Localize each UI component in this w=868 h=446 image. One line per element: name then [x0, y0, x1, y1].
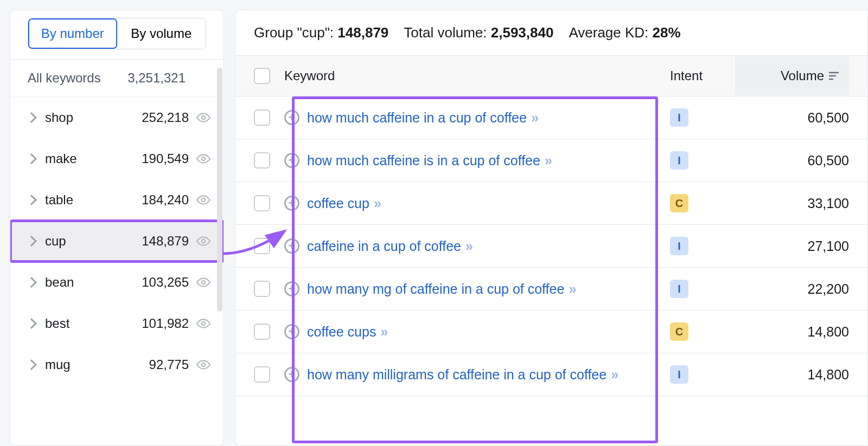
expand-icon[interactable] [284, 281, 299, 296]
summary-kd-label: Average KD: [569, 24, 648, 41]
volume-cell: 33,100 [735, 196, 849, 211]
sidebar-item-best[interactable]: best101,982 [10, 303, 224, 344]
expand-icon[interactable] [284, 238, 299, 254]
sidebar-item-count: 252,218 [142, 110, 189, 125]
volume-cell: 27,100 [735, 238, 849, 254]
results-panel: Group "cup": 148,879 Total volume: 2,593… [235, 10, 868, 446]
all-keywords-row[interactable]: All keywords 3,251,321 [10, 60, 224, 97]
col-volume[interactable]: Volume [735, 56, 849, 95]
keyword-link[interactable]: how much caffeine in a cup of coffee» [307, 110, 535, 126]
chevron-double-right-icon: » [380, 324, 385, 340]
chevron-double-right-icon: » [465, 238, 470, 254]
svg-point-4 [202, 281, 206, 285]
sort-desc-icon [828, 72, 839, 80]
table-row: how many milligrams of caffeine in a cup… [235, 353, 867, 396]
sidebar-item-label: mug [45, 357, 71, 372]
expand-icon[interactable] [284, 110, 299, 125]
sidebar-item-table[interactable]: table184,240 [10, 179, 224, 221]
summary-group-label: Group "cup": [254, 24, 334, 41]
chevron-right-icon [26, 112, 37, 123]
col-volume-label: Volume [781, 68, 824, 83]
intent-badge[interactable]: I [670, 151, 688, 170]
col-intent[interactable]: Intent [670, 68, 735, 83]
toggle-by-number[interactable]: By number [28, 18, 117, 49]
eye-icon[interactable] [196, 193, 210, 207]
expand-icon[interactable] [284, 324, 299, 339]
row-checkbox[interactable] [254, 281, 270, 297]
chevron-right-icon [26, 153, 37, 164]
keyword-link[interactable]: how many mg of caffeine in a cup of coff… [307, 281, 573, 297]
row-checkbox[interactable] [254, 195, 270, 211]
intent-badge[interactable]: C [670, 322, 688, 341]
summary-group-value: 148,879 [337, 24, 388, 41]
svg-point-2 [202, 198, 206, 202]
intent-badge[interactable]: I [670, 108, 688, 127]
summary-kd-value: 28% [653, 24, 681, 41]
chevron-right-icon [26, 318, 37, 329]
chevron-right-icon [26, 236, 37, 247]
sidebar-item-bean[interactable]: bean103,265 [10, 262, 224, 303]
svg-point-0 [202, 116, 206, 120]
eye-icon[interactable] [196, 111, 210, 125]
volume-cell: 60,500 [735, 110, 849, 126]
summary-bar: Group "cup": 148,879 Total volume: 2,593… [235, 10, 867, 56]
eye-icon[interactable] [196, 316, 210, 331]
expand-icon[interactable] [284, 196, 299, 211]
chevron-double-right-icon: » [569, 281, 573, 297]
sidebar-item-label: make [45, 151, 77, 166]
keyword-link[interactable]: caffeine in a cup of coffee» [307, 238, 470, 254]
volume-cell: 22,200 [735, 281, 849, 297]
eye-icon[interactable] [196, 234, 210, 248]
intent-badge[interactable]: C [670, 194, 688, 212]
eye-icon[interactable] [196, 358, 210, 372]
summary-total-value: 2,593,840 [491, 24, 554, 41]
sidebar-item-label: shop [45, 110, 73, 125]
intent-badge[interactable]: I [670, 237, 688, 255]
volume-cell: 14,800 [735, 367, 849, 383]
row-checkbox[interactable] [254, 324, 270, 340]
svg-point-6 [202, 363, 206, 367]
keyword-link[interactable]: how much caffeine is in a cup of coffee» [307, 153, 549, 169]
sort-toggle: By number By volume [28, 18, 206, 49]
col-keyword[interactable]: Keyword [284, 68, 670, 83]
expand-icon[interactable] [284, 367, 299, 382]
sidebar-item-count: 148,879 [142, 234, 189, 249]
sidebar-item-count: 92,775 [149, 357, 189, 372]
chevron-double-right-icon: » [611, 367, 615, 383]
row-checkbox[interactable] [254, 152, 270, 169]
sidebar-item-cup[interactable]: cup148,879 [10, 221, 224, 262]
svg-point-1 [202, 157, 206, 161]
expand-icon[interactable] [284, 153, 299, 168]
intent-badge[interactable]: I [670, 280, 688, 298]
sidebar-item-count: 190,549 [142, 151, 189, 166]
sidebar-item-mug[interactable]: mug92,775 [10, 344, 224, 385]
keyword-link[interactable]: coffee cups» [307, 324, 385, 340]
keyword-link[interactable]: coffee cup» [307, 196, 378, 211]
row-checkbox[interactable] [254, 366, 270, 383]
table-row: how many mg of caffeine in a cup of coff… [235, 268, 867, 311]
all-keywords-count: 3,251,321 [127, 70, 206, 86]
summary-total-label: Total volume: [404, 24, 487, 41]
sidebar-item-count: 103,265 [142, 275, 189, 290]
sidebar-item-shop[interactable]: shop252,218 [10, 97, 224, 138]
sidebar: By number By volume All keywords 3,251,3… [10, 10, 224, 446]
sidebar-item-count: 184,240 [142, 192, 189, 208]
eye-icon[interactable] [196, 275, 210, 289]
sidebar-item-label: best [45, 316, 69, 331]
sidebar-item-make[interactable]: make190,549 [10, 138, 224, 179]
volume-cell: 60,500 [735, 153, 849, 169]
keyword-link[interactable]: how many milligrams of caffeine in a cup… [307, 367, 615, 383]
select-all-checkbox[interactable] [254, 68, 270, 84]
chevron-right-icon [26, 195, 37, 205]
intent-badge[interactable]: I [670, 365, 688, 384]
svg-point-5 [202, 322, 206, 326]
sidebar-scrollbar[interactable] [217, 68, 222, 312]
sidebar-item-label: cup [45, 234, 66, 249]
row-checkbox[interactable] [254, 238, 270, 254]
table-row: how much caffeine is in a cup of coffee»… [235, 139, 867, 182]
eye-icon[interactable] [196, 152, 210, 166]
row-checkbox[interactable] [254, 109, 270, 126]
toggle-by-volume[interactable]: By volume [117, 18, 206, 49]
all-keywords-label: All keywords [28, 70, 101, 86]
summary-group: Group "cup": 148,879 [254, 24, 388, 41]
